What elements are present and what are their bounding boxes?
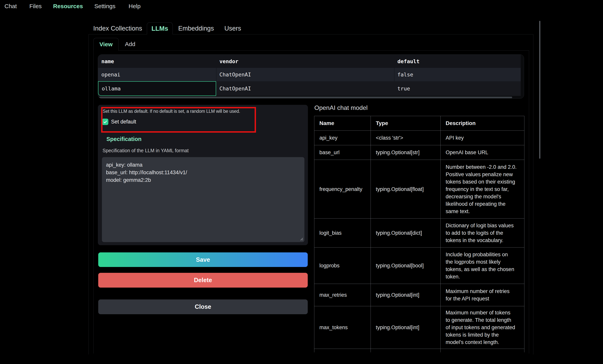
- param-row-frequency-penalty: frequency_penalty typing.Optional[float]…: [314, 160, 524, 218]
- specification-expander[interactable]: Specification: [106, 136, 142, 142]
- param-row-max-retries: max_retries typing.Optional[int] Maximum…: [314, 284, 524, 306]
- param-type: typing.Optional[str]: [371, 145, 441, 160]
- param-name: base_url: [314, 145, 371, 160]
- param-row-partial: [314, 349, 524, 353]
- param-description: [441, 349, 524, 353]
- param-row-max-tokens: max_tokens typing.Optional[int] Maximum …: [314, 306, 524, 349]
- llm-cell-ollama-name[interactable]: ollama: [98, 81, 216, 96]
- tab-llms[interactable]: LLMs: [147, 22, 173, 34]
- params-table: Name Type Description api_key <class 'st…: [314, 116, 524, 352]
- param-name: logprobs: [314, 248, 371, 284]
- param-row-logit-bias: logit_bias typing.Optional[dict] Diction…: [314, 218, 524, 248]
- llm-cell-ollama-vendor[interactable]: ChatOpenAI: [216, 81, 394, 96]
- param-row-base-url: base_url typing.Optional[str] OpenAI bas…: [314, 145, 524, 160]
- param-description: OpenAI base URL: [441, 145, 524, 160]
- param-type: typing.Optional[float]: [371, 160, 441, 218]
- delete-button[interactable]: Delete: [98, 273, 308, 288]
- param-type: typing.Optional[bool]: [371, 248, 441, 284]
- close-button[interactable]: Close: [98, 299, 308, 314]
- param-name: api_key: [314, 131, 371, 145]
- nav-item-resources[interactable]: Resources: [53, 3, 83, 10]
- param-row-logprobs: logprobs typing.Optional[bool] Include l…: [314, 248, 524, 284]
- llm-cell-openai-default[interactable]: false: [394, 68, 521, 81]
- tab-embeddings[interactable]: Embeddings: [173, 22, 220, 34]
- param-type: [371, 349, 441, 353]
- llm-grid-header-name[interactable]: name: [98, 55, 216, 68]
- llm-cell-openai-name[interactable]: openai: [98, 68, 216, 81]
- tab-index-collections[interactable]: Index Collections: [89, 22, 147, 34]
- param-type: typing.Optional[dict]: [371, 218, 441, 248]
- nav-item-settings[interactable]: Settings: [94, 3, 115, 10]
- param-description: Number between -2.0 and 2.0. Positive va…: [441, 160, 524, 218]
- param-description: Maximum number of tokens to generate. Th…: [441, 306, 524, 349]
- nav-item-files[interactable]: Files: [29, 3, 42, 10]
- param-description: Maximum number of retries for the API re…: [441, 284, 524, 306]
- page-vertical-scrollbar-thumb[interactable]: [539, 21, 540, 159]
- param-description: Include log probabilities on the logprob…: [441, 248, 524, 284]
- llm-cell-ollama-default[interactable]: true: [394, 81, 521, 96]
- params-header-description: Description: [441, 116, 524, 131]
- textarea-resize-handle[interactable]: [299, 237, 303, 241]
- params-table-header-row: Name Type Description: [314, 116, 524, 131]
- params-header-type: Type: [371, 116, 441, 131]
- llm-grid: name vendor default openai ChatOpenAI fa…: [98, 55, 524, 99]
- llm-grid-row-ollama[interactable]: ollama ChatOpenAI true: [98, 81, 521, 96]
- yaml-spec-text: api_key: ollama base_url: http://localho…: [106, 161, 187, 184]
- param-name: [314, 349, 371, 353]
- llm-grid-header-vendor[interactable]: vendor: [216, 55, 394, 68]
- param-type: typing.Optional[int]: [371, 306, 441, 349]
- param-name: max_tokens: [314, 306, 371, 349]
- llm-grid-row-openai[interactable]: openai ChatOpenAI false: [98, 68, 521, 81]
- subtab-view[interactable]: View: [93, 38, 119, 50]
- param-type: <class 'str'>: [371, 131, 441, 145]
- save-button[interactable]: Save: [98, 252, 308, 267]
- param-description: API key: [441, 131, 524, 145]
- param-type: typing.Optional[int]: [371, 284, 441, 306]
- param-description: Dictionary of logit bias values to add t…: [441, 218, 524, 248]
- specification-caption: Specification of the LLM in YAML format: [103, 148, 189, 153]
- params-panel-title: OpenAI chat model: [314, 104, 368, 111]
- subtab-add[interactable]: Add: [119, 38, 142, 50]
- param-name: logit_bias: [314, 218, 371, 248]
- nav-item-chat[interactable]: Chat: [4, 3, 17, 10]
- param-name: max_retries: [314, 284, 371, 306]
- yaml-spec-textarea[interactable]: api_key: ollama base_url: http://localho…: [102, 157, 304, 242]
- tab-users[interactable]: Users: [220, 22, 246, 34]
- param-row-api-key: api_key <class 'str'> API key: [314, 131, 524, 145]
- llm-grid-header: name vendor default: [98, 55, 521, 68]
- params-header-name: Name: [314, 116, 371, 131]
- param-name: frequency_penalty: [314, 160, 371, 218]
- nav-item-help[interactable]: Help: [128, 3, 141, 10]
- llm-grid-horizontal-scrollbar[interactable]: [99, 97, 512, 98]
- llm-grid-header-default[interactable]: default: [394, 55, 521, 68]
- llm-cell-openai-vendor[interactable]: ChatOpenAI: [216, 68, 394, 81]
- annotation-red-box: [101, 107, 256, 133]
- params-table-container: Name Type Description api_key <class 'st…: [314, 116, 524, 352]
